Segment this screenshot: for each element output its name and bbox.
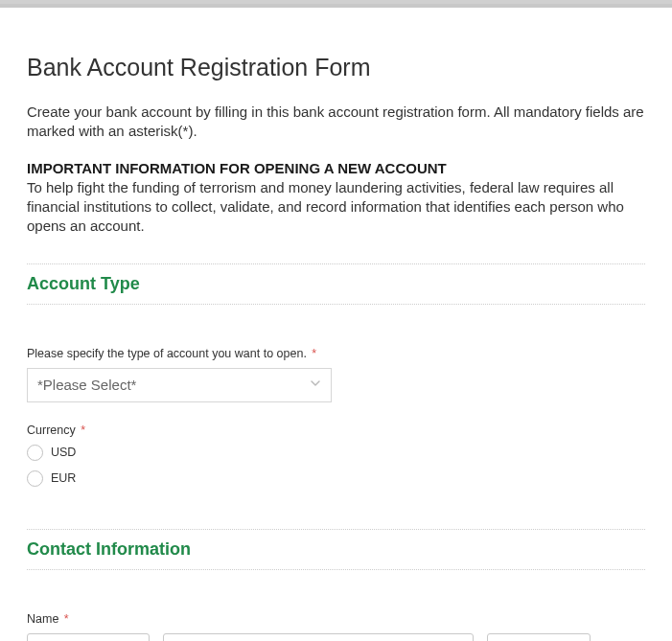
account-type-field: Please specify the type of account you w… bbox=[27, 347, 645, 402]
important-text: To help fight the funding of terrorism a… bbox=[27, 178, 645, 237]
label-text: Name bbox=[27, 612, 58, 626]
select-display: Select title bbox=[27, 633, 150, 642]
currency-label: Currency * bbox=[27, 424, 645, 437]
radio-item-usd[interactable]: USD bbox=[27, 445, 645, 461]
name-field: Name * Select title bbox=[27, 612, 645, 642]
initials-input[interactable] bbox=[487, 633, 591, 642]
name-title-select[interactable]: Select title bbox=[27, 633, 150, 642]
radio-item-eur[interactable]: EUR bbox=[27, 470, 645, 487]
page-title: Bank Account Registration Form bbox=[27, 54, 645, 81]
select-display: *Please Select* bbox=[27, 368, 332, 402]
section-title-contact: Contact Information bbox=[27, 530, 645, 569]
account-type-select[interactable]: *Please Select* bbox=[27, 368, 332, 402]
divider bbox=[27, 304, 645, 305]
divider bbox=[27, 569, 645, 570]
important-heading: IMPORTANT INFORMATION FOR OPENING A NEW … bbox=[27, 159, 645, 178]
section-title-account-type: Account Type bbox=[27, 264, 645, 304]
radio-label-usd: USD bbox=[51, 446, 76, 459]
currency-field: Currency * USD EUR bbox=[27, 424, 645, 487]
radio-circle[interactable] bbox=[27, 445, 43, 461]
first-name-input[interactable] bbox=[163, 633, 474, 642]
name-row: Select title bbox=[27, 633, 645, 642]
name-label: Name * bbox=[27, 612, 645, 626]
form-container: Bank Account Registration Form Create yo… bbox=[0, 4, 672, 641]
label-text: Please specify the type of account you w… bbox=[27, 347, 307, 360]
label-text: Currency bbox=[27, 424, 76, 437]
radio-label-eur: EUR bbox=[51, 471, 76, 485]
required-asterisk: * bbox=[81, 424, 85, 437]
required-asterisk: * bbox=[64, 612, 69, 626]
required-asterisk: * bbox=[312, 347, 316, 360]
form-description: Create your bank account by filling in t… bbox=[27, 103, 645, 142]
important-block: IMPORTANT INFORMATION FOR OPENING A NEW … bbox=[27, 159, 645, 237]
account-type-label: Please specify the type of account you w… bbox=[27, 347, 645, 360]
currency-radio-group: USD EUR bbox=[27, 445, 645, 487]
radio-circle[interactable] bbox=[27, 470, 43, 487]
